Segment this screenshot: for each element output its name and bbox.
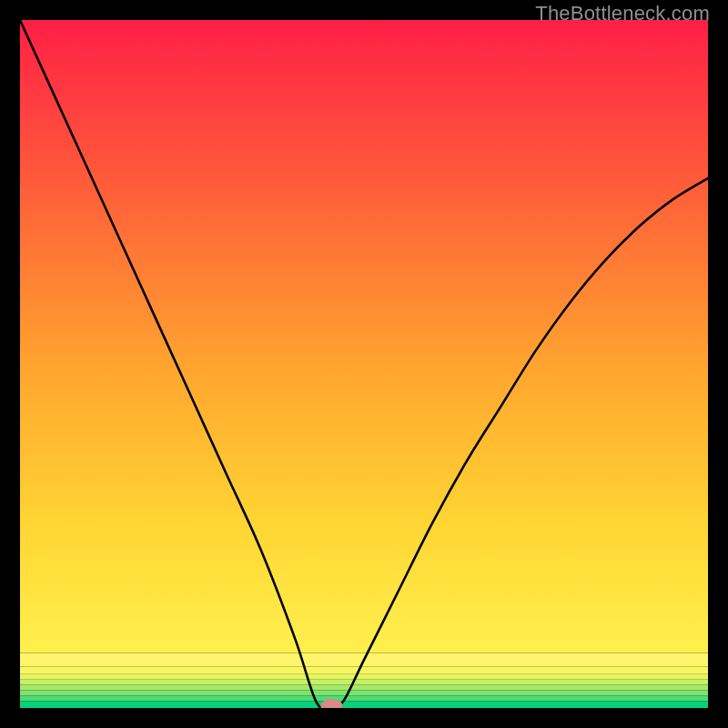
gradient-band (20, 695, 708, 701)
gradient-band (20, 684, 708, 690)
gradient-band (20, 701, 708, 708)
gradient-band (20, 690, 708, 695)
gradient-band (20, 667, 708, 674)
watermark-text: TheBottleneck.com (535, 2, 710, 25)
gradient-band (20, 20, 708, 653)
chart-frame: TheBottleneck.com (0, 0, 728, 728)
chart-svg (20, 20, 708, 708)
gradient-band (20, 679, 708, 684)
plot-area (20, 20, 708, 708)
gradient-band (20, 673, 708, 679)
